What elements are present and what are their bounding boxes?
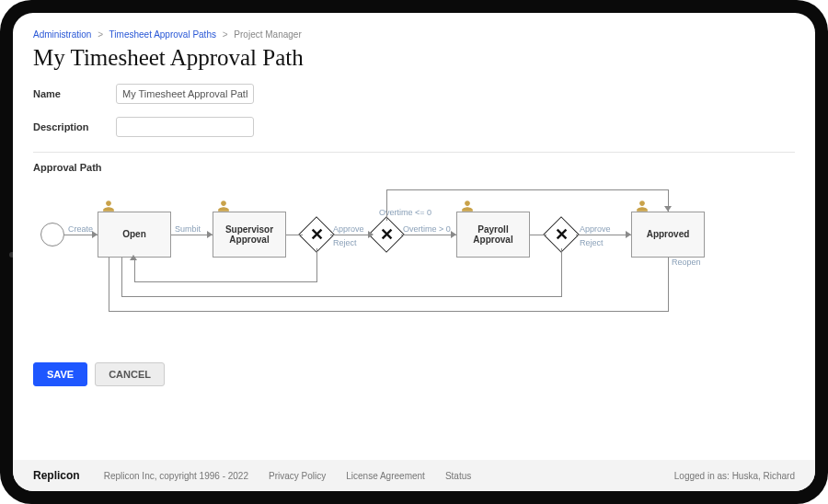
edge xyxy=(561,248,562,296)
approval-path-diagram: Open Supervisor Approval Payroll Approva… xyxy=(33,178,795,344)
footer-license-link[interactable]: License Agreement xyxy=(346,471,425,481)
edge-label-approve2: Approve xyxy=(580,224,611,234)
edge xyxy=(576,235,631,235)
edge xyxy=(316,248,317,281)
node-open[interactable]: Open xyxy=(98,212,171,258)
arrowhead-icon xyxy=(451,231,456,238)
footer-privacy-link[interactable]: Privacy Policy xyxy=(269,471,326,481)
name-input[interactable] xyxy=(116,84,254,104)
arrowhead-icon xyxy=(664,206,672,212)
edge-label-submit: Sumbit xyxy=(175,224,201,234)
edge xyxy=(330,235,373,235)
edge xyxy=(386,189,668,190)
edge xyxy=(530,235,546,235)
edge-label-reject1: Reject xyxy=(333,238,357,247)
start-event-icon[interactable] xyxy=(40,223,64,246)
action-buttons: SAVE CANCEL xyxy=(33,362,795,386)
breadcrumb-separator: > xyxy=(223,29,228,40)
description-label: Description xyxy=(33,121,116,132)
edge xyxy=(286,235,303,235)
section-title-approval-path: Approval Path xyxy=(33,162,795,173)
node-supervisor-approval[interactable]: Supervisor Approval xyxy=(213,212,286,258)
edge xyxy=(121,258,122,296)
user-icon xyxy=(217,200,230,212)
node-approved-label: Approved xyxy=(647,229,690,240)
edge xyxy=(401,235,456,235)
node-open-label: Open xyxy=(122,229,146,240)
breadcrumb: Administration > Timesheet Approval Path… xyxy=(33,29,795,40)
form-row-description: Description xyxy=(33,117,795,137)
footer: Replicon Replicon Inc, copyright 1996 - … xyxy=(13,460,815,491)
divider xyxy=(33,152,795,153)
node-approved[interactable]: Approved xyxy=(631,212,705,258)
edge xyxy=(109,258,109,311)
edge xyxy=(386,189,387,221)
node-supervisor-label: Supervisor Approval xyxy=(213,224,285,246)
user-icon xyxy=(102,200,115,212)
node-payroll-label: Payroll Approval xyxy=(457,224,529,246)
cancel-button[interactable]: CANCEL xyxy=(95,362,165,386)
arrowhead-icon xyxy=(130,255,137,260)
edge xyxy=(134,281,317,282)
page-content: Administration > Timesheet Approval Path… xyxy=(13,13,815,386)
node-payroll-approval[interactable]: Payroll Approval xyxy=(456,212,530,258)
logged-in-as: Logged in as: Huska, Richard xyxy=(674,471,795,481)
edge xyxy=(668,258,669,311)
brand-logo: Replicon xyxy=(33,469,80,482)
edge xyxy=(134,258,135,281)
form-row-name: Name xyxy=(33,84,795,104)
edge-label-reject2: Reject xyxy=(580,238,604,247)
tablet-frame: Administration > Timesheet Approval Path… xyxy=(0,0,828,504)
gateway-1[interactable]: ✕ xyxy=(298,216,335,253)
breadcrumb-separator: > xyxy=(98,29,103,40)
arrowhead-icon xyxy=(626,231,631,238)
edge-label-ot-gt0: Overtime > 0 xyxy=(403,224,451,234)
edge xyxy=(109,311,669,312)
description-input[interactable] xyxy=(116,117,254,137)
screen: Administration > Timesheet Approval Path… xyxy=(13,13,815,491)
gateway-3[interactable]: ✕ xyxy=(543,216,580,253)
save-button[interactable]: SAVE xyxy=(33,362,87,386)
footer-copyright: Replicon Inc, copyright 1996 - 2022 xyxy=(104,471,248,481)
breadcrumb-approval-paths[interactable]: Timesheet Approval Paths xyxy=(109,29,216,40)
arrowhead-icon xyxy=(368,231,374,238)
user-icon xyxy=(636,200,649,212)
name-label: Name xyxy=(33,88,116,99)
user-icon xyxy=(461,200,474,212)
breadcrumb-administration[interactable]: Administration xyxy=(33,29,91,40)
edge-label-create: Create xyxy=(68,224,93,234)
edge-label-approve1: Approve xyxy=(333,224,364,234)
breadcrumb-current: Project Manager xyxy=(234,29,301,40)
arrowhead-icon xyxy=(207,231,213,238)
page-title: My Timesheet Approval Path xyxy=(33,45,795,71)
footer-status-link[interactable]: Status xyxy=(445,471,471,481)
gateway-2[interactable]: ✕ xyxy=(368,216,405,253)
current-user: Huska, Richard xyxy=(732,471,795,481)
edge xyxy=(121,296,562,297)
edge-label-reopen: Reopen xyxy=(672,258,701,267)
